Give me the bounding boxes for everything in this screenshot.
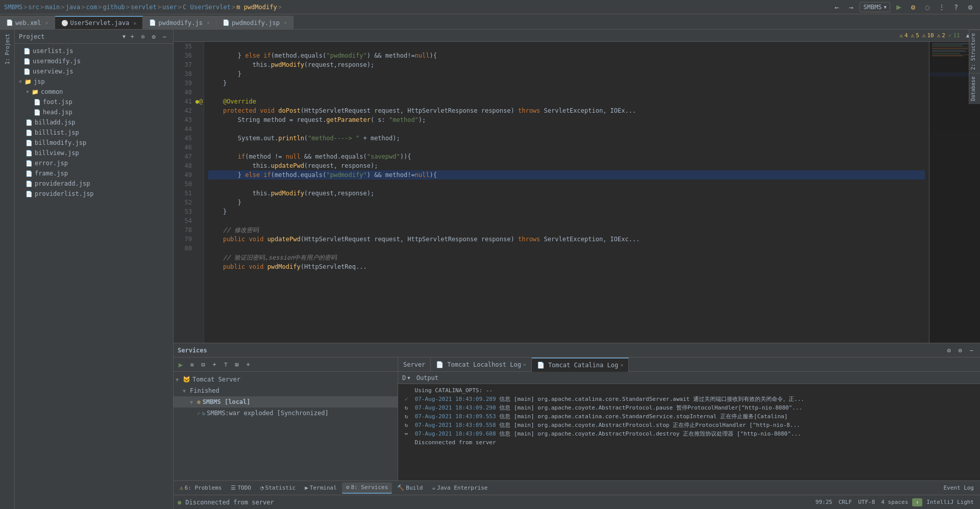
close-pwdmodifyjs-icon[interactable]: ✕ [207,20,210,26]
coverage-button[interactable]: ◌ [922,2,933,13]
build-tab[interactable]: 🔨 Build [393,482,427,494]
tab-pwdmodifyjsp[interactable]: 📄 pwdmodify.jsp ✕ [216,16,293,29]
tomcat-localhost-log-tab[interactable]: 📄 Tomcat Localhost Log ✕ [431,358,532,372]
tree-item-userlistjs[interactable]: 📄 userlist.js [15,46,173,56]
services-settings-icon[interactable]: ⚙ [955,346,965,355]
warn-item-4[interactable]: ⚠ 2 [937,32,945,39]
tree-item-billaddjsp[interactable]: 📄 billadd.jsp [15,117,173,128]
tree-item-framejsp[interactable]: 📄 frame.jsp [15,168,173,179]
smbms-war-item[interactable]: ✓ ↻ SMBMS:war exploded [Synchronized] [174,408,398,419]
tab-pwdmodifyjs[interactable]: 📄 pwdmodify.js ✕ [143,16,216,29]
output-d-label: D [402,374,406,381]
minus-icon[interactable]: − [160,32,169,41]
tree-item-billmodifyjsp[interactable]: 📄 billmodify.jsp [15,138,173,148]
todo-tab[interactable]: ☰ TODO [227,482,255,494]
crlf-indicator[interactable]: CRLF [837,499,854,505]
bc-method[interactable]: m pwdModify [236,4,277,11]
add-service-icon[interactable]: + [209,360,219,370]
server-log-tab[interactable]: Server [398,358,431,372]
vtab-project[interactable]: 1: Project [4,32,11,66]
position-indicator[interactable]: 99:25 [814,499,835,505]
navigate-back-icon[interactable]: ← [831,2,842,13]
tree-item-usermodifyjs[interactable]: 📄 usermodify.js [15,56,173,66]
encoding-indicator[interactable]: UTF-8 [856,499,877,505]
services-tab[interactable]: ⚙ 8: Services [342,482,392,494]
bc-class[interactable]: C UserServlet [183,4,231,11]
run-button[interactable]: ▶ [893,2,904,13]
tree-item-provideraddjsp[interactable]: 📄 provideradd.jsp [15,179,173,189]
bc-src[interactable]: src [28,4,39,11]
bc-smbms[interactable]: SMBMS [4,4,22,11]
tree-item-errorjsp[interactable]: 📄 error.jsp [15,158,173,168]
bc-user[interactable]: user [162,4,177,11]
more-actions-icon[interactable]: ⋮ [936,2,947,13]
bc-main[interactable]: main [45,4,60,11]
more-icon[interactable]: + [243,360,253,370]
navigate-forward-icon[interactable]: → [845,2,856,13]
close-catalina-log-icon[interactable]: ✕ [620,362,623,368]
warn-item-5[interactable]: ✓ 11 [948,32,960,39]
git-icon[interactable]: ↑ [912,498,922,506]
gear-icon[interactable]: ⚙ [149,32,158,41]
tab-webxml[interactable]: 📄 web.xml ✕ [0,16,55,29]
tree-item-jsp-folder[interactable]: ▼ 📁 jsp [15,77,173,87]
file-label: providerlist.jsp [35,190,94,197]
finished-item[interactable]: ▼ Finished [174,385,398,396]
warning-icon: ⚠ [937,32,941,39]
bc-java[interactable]: java [65,4,80,11]
file-label: billlist.jsp [35,129,79,136]
collapse-all-icon[interactable]: ⊟ [198,360,208,370]
event-log-tab[interactable]: Event Log [939,482,978,494]
tree-item-footjsp[interactable]: 📄 foot.jsp [15,97,173,107]
bc-servlet[interactable]: servlet [131,4,157,11]
run-config-dropdown[interactable]: SMBMS ▼ [860,2,890,12]
theme-indicator[interactable]: IntelliJ Light [924,499,976,505]
warn-item-1[interactable]: ⚠ 4 [899,32,908,39]
tree-item-common-folder[interactable]: ▼ 📁 common [15,87,173,97]
problems-tab[interactable]: ⚠ 6: Problems [176,482,226,494]
close-pwdmodifyjsp-icon[interactable]: ✕ [284,20,287,26]
new-file-icon[interactable]: + [128,32,137,41]
terminal-tab[interactable]: ▶ Terminal [301,482,341,494]
close-localhost-log-icon[interactable]: ✕ [523,362,526,367]
debug-button[interactable]: ⚙ [908,2,919,13]
tree-item-headjsp[interactable]: 📄 head.jsp [15,107,173,117]
statistic-tab[interactable]: ◔ Statistic [256,482,300,494]
help-icon[interactable]: ? [950,2,962,13]
settings-icon[interactable]: ⚙ [965,2,976,13]
services-close-icon[interactable]: − [967,346,976,355]
close-webxml-icon[interactable]: ✕ [45,20,48,26]
java-enterprise-tab[interactable]: ☕ Java Enterprise [428,482,492,494]
indent-indicator[interactable]: 4 spaces [879,499,910,505]
log-output-header: D ▼ Output [398,372,980,384]
tree-item-userviewjs[interactable]: 📄 userview.js [15,66,173,77]
tomcat-catalina-log-tab[interactable]: 📄 Tomcat Catalina Log ✕ [532,358,629,372]
log-content[interactable]: Using CATALINA_OPTS: -- ✓ 07-Aug-2021 18… [398,384,980,480]
tree-item-billlistjsp[interactable]: 📄 billlist.jsp [15,128,173,138]
close-userservlet-icon[interactable]: ✕ [133,20,136,26]
dropdown-arrow-icon: ▼ [407,375,410,380]
bc-github[interactable]: github [103,4,125,11]
expand-all-icon[interactable]: ≡ [187,360,197,370]
footer-tabs: ⚠ 6: Problems ☰ TODO ◔ Statistic ▶ Termi… [174,480,980,495]
bc-com[interactable]: com [86,4,97,11]
warn-item-2[interactable]: ⚠ 5 [911,32,919,39]
structure-side-label[interactable]: 2: Structure [969,30,980,73]
smbms-local-item[interactable]: ▼ ⚙ SMBMS [local] [174,396,398,408]
scroll-center-icon[interactable]: ⊙ [138,32,148,41]
group-icon[interactable]: ⊞ [232,360,242,370]
check-icon: ✓ [197,410,201,417]
expand-arrow: ▼ [190,399,197,405]
code-content[interactable]: } else if(method.equals("pwdmodify") && … [204,42,929,343]
warn-item-3[interactable]: ⚠ 10 [922,32,934,39]
tree-item-providerlistjsp[interactable]: 📄 providerlist.jsp [15,189,173,199]
code-view[interactable]: 35 36 37 38 39 40 41 42 43 44 45 46 47 4… [174,42,929,343]
tomcat-server-item[interactable]: ▼ 🐱 Tomcat Server [174,374,398,385]
database-side-label[interactable]: Database [969,73,980,104]
services-gear-icon[interactable]: ⚙ [944,346,953,355]
output-dropdown[interactable]: D ▼ [402,374,410,381]
tab-userservlet[interactable]: ⚪ UserServlet.java ✕ [55,16,143,29]
run-service-button[interactable]: ▶ [176,360,186,370]
filter-icon[interactable]: ⊤ [220,360,231,370]
tree-item-billviewjsp[interactable]: 📄 billview.jsp [15,148,173,158]
